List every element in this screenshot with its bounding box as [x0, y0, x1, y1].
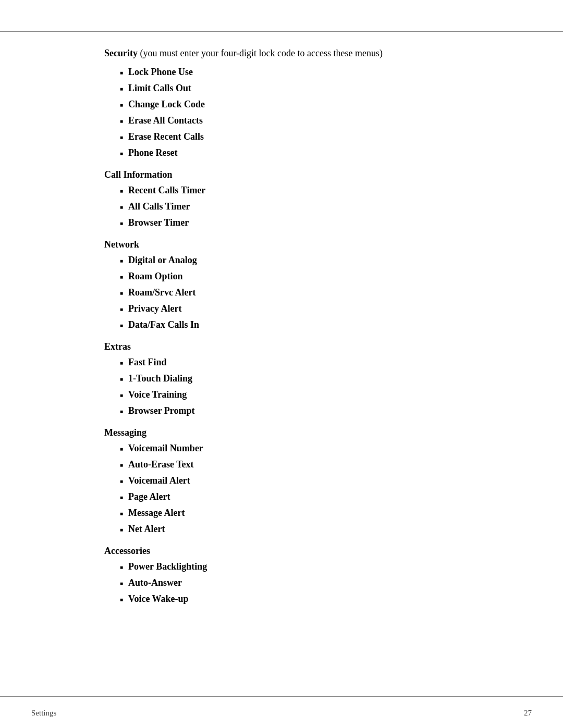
- list-item: Roam/Srvc Alert: [120, 286, 500, 300]
- section-list-network: Digital or AnalogRoam OptionRoam/Srvc Al…: [120, 253, 500, 332]
- security-list-item: Erase Recent Calls: [120, 130, 500, 144]
- list-item: Voicemail Number: [120, 441, 500, 455]
- sections-container: Call InformationRecent Calls TimerAll Ca…: [104, 169, 500, 606]
- security-bold-label: Security: [104, 48, 138, 58]
- list-item: Recent Calls Timer: [120, 183, 500, 198]
- footer-right: 27: [524, 709, 532, 718]
- bottom-rule: [0, 696, 563, 697]
- list-item: 1-Touch Dialing: [120, 372, 500, 386]
- list-item: Roam Option: [120, 269, 500, 283]
- intro-rest-text: (you must enter your four-digit lock cod…: [140, 48, 383, 58]
- list-item: Page Alert: [120, 490, 500, 504]
- list-item: Auto-Answer: [120, 576, 500, 590]
- section-header-call-information: Call Information: [104, 169, 500, 180]
- section-list-call-information: Recent Calls TimerAll Calls TimerBrowser…: [120, 183, 500, 230]
- section-header-network: Network: [104, 239, 500, 250]
- intro-paragraph: Security (you must enter your four-digit…: [104, 47, 500, 60]
- list-item: Browser Timer: [120, 216, 500, 230]
- main-content: Security (you must enter your four-digit…: [104, 47, 500, 676]
- list-item: Privacy Alert: [120, 302, 500, 316]
- footer: Settings 27: [0, 709, 563, 718]
- section-header-extras: Extras: [104, 341, 500, 352]
- security-list-item: Phone Reset: [120, 146, 500, 160]
- security-list-item: Limit Calls Out: [120, 81, 500, 95]
- list-item: Digital or Analog: [120, 253, 500, 267]
- security-list-item: Lock Phone Use: [120, 65, 500, 79]
- list-item: Voice Wake-up: [120, 592, 500, 606]
- list-item: Voice Training: [120, 388, 500, 402]
- footer-left: Settings: [31, 709, 56, 718]
- list-item: Auto-Erase Text: [120, 458, 500, 472]
- section-list-extras: Fast Find1-Touch DialingVoice TrainingBr…: [120, 355, 500, 418]
- security-list: Lock Phone UseLimit Calls OutChange Lock…: [120, 65, 500, 160]
- list-item: Data/Fax Calls In: [120, 318, 500, 332]
- section-header-messaging: Messaging: [104, 427, 500, 438]
- list-item: Browser Prompt: [120, 404, 500, 418]
- list-item: All Calls Timer: [120, 200, 500, 214]
- section-list-accessories: Power BacklightingAuto-AnswerVoice Wake-…: [120, 560, 500, 606]
- section-header-accessories: Accessories: [104, 546, 500, 557]
- list-item: Net Alert: [120, 522, 500, 536]
- list-item: Fast Find: [120, 355, 500, 369]
- list-item: Voicemail Alert: [120, 474, 500, 488]
- list-item: Message Alert: [120, 506, 500, 520]
- list-item: Power Backlighting: [120, 560, 500, 574]
- section-list-messaging: Voicemail NumberAuto-Erase TextVoicemail…: [120, 441, 500, 536]
- top-rule: [0, 31, 563, 32]
- security-list-item: Change Lock Code: [120, 97, 500, 112]
- security-list-item: Erase All Contacts: [120, 114, 500, 128]
